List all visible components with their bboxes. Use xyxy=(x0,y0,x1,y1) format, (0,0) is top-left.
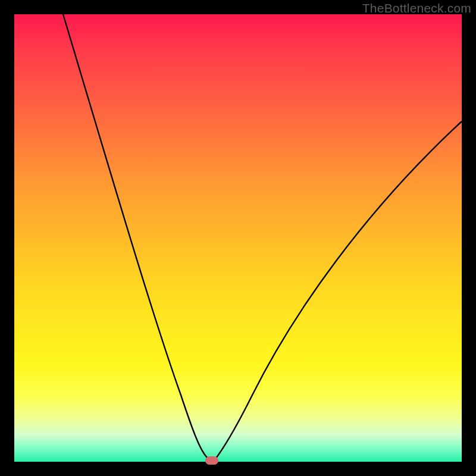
curve-right-branch xyxy=(214,121,462,461)
bottleneck-curve xyxy=(14,14,462,462)
plot-area xyxy=(14,14,462,462)
curve-left-branch xyxy=(63,14,209,461)
optimal-point-marker xyxy=(205,456,218,465)
watermark-text: TheBottleneck.com xyxy=(362,1,471,15)
chart-frame: TheBottleneck.com xyxy=(0,0,476,476)
